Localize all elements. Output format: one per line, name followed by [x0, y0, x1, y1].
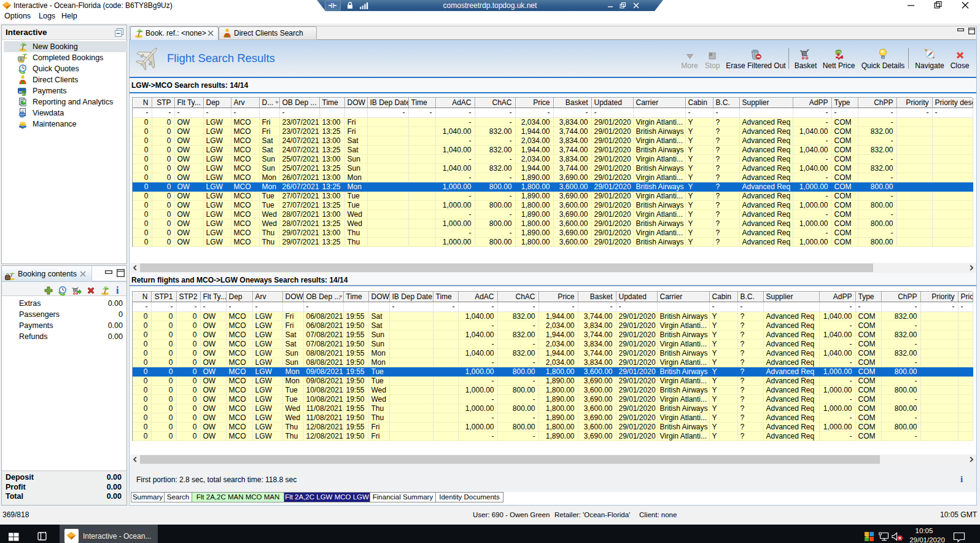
svg-text:$: $ — [22, 88, 26, 96]
